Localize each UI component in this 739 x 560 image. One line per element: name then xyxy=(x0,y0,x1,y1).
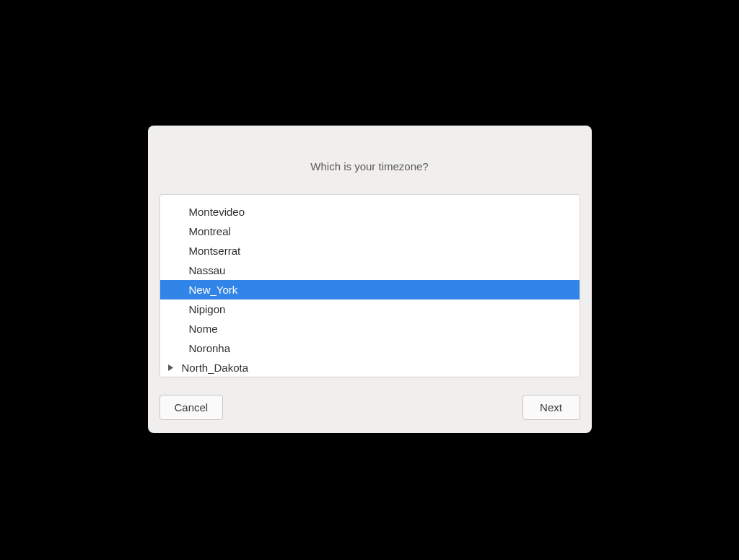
button-bar: Cancel Next xyxy=(148,377,592,433)
list-item[interactable]: Montserrat xyxy=(160,241,580,261)
timezone-dialog: Which is your timezone? Montevideo Montr… xyxy=(148,126,592,433)
list-item-label: Noronha xyxy=(189,342,231,354)
list-item-label: Montevideo xyxy=(189,206,245,218)
list-item-expandable[interactable]: North_Dakota xyxy=(160,358,580,377)
list-item-label: New_York xyxy=(189,284,238,296)
expand-right-icon[interactable] xyxy=(160,364,182,371)
list-item-label: Montreal xyxy=(189,225,231,237)
list-item-label: Nassau xyxy=(189,264,226,276)
list-item-label: Montserrat xyxy=(189,245,241,257)
list-item[interactable]: Montevideo xyxy=(160,202,580,222)
list-item-label: Nipigon xyxy=(189,303,226,315)
list-item[interactable]: Nome xyxy=(160,319,580,338)
timezone-list-container: Montevideo Montreal Montserrat Nassau Ne… xyxy=(159,194,580,377)
list-item[interactable]: Montreal xyxy=(160,222,580,241)
cancel-button[interactable]: Cancel xyxy=(159,395,224,420)
list-item[interactable]: Nipigon xyxy=(160,299,580,319)
dialog-title: Which is your timezone? xyxy=(148,126,592,194)
list-item[interactable]: Nassau xyxy=(160,261,580,280)
list-item[interactable]: Noronha xyxy=(160,338,580,358)
next-button[interactable]: Next xyxy=(522,395,580,420)
list-item-label: North_Dakota xyxy=(182,362,249,374)
list-item-label: Nome xyxy=(189,323,218,335)
timezone-list[interactable]: Montevideo Montreal Montserrat Nassau Ne… xyxy=(160,195,580,377)
list-item[interactable] xyxy=(160,195,580,202)
list-item-selected[interactable]: New_York xyxy=(160,280,580,299)
